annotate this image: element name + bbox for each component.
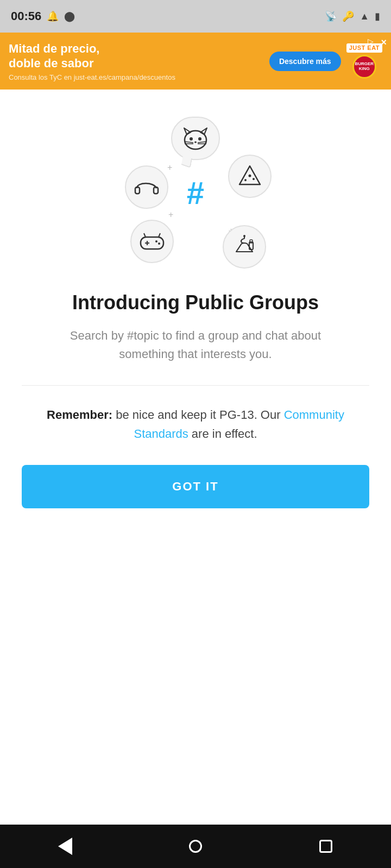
- circle-icon: ⬤: [64, 10, 75, 22]
- back-icon: [58, 838, 72, 855]
- nav-back-button[interactable]: [52, 833, 79, 860]
- svg-point-24: [243, 235, 245, 237]
- nav-bar: [0, 825, 391, 868]
- ad-banner: Mitad de precio,doble de sabor Consulta …: [0, 33, 391, 90]
- cat-bubble: [171, 117, 220, 160]
- recent-apps-icon: [319, 840, 332, 853]
- status-bar: 00:56 🔔 ⬤ 📡 🔑 ▲ ▮: [0, 0, 391, 33]
- game-bubble: [130, 220, 174, 263]
- plus-decoration-1: +: [167, 163, 172, 173]
- illustration: + + + +: [114, 117, 277, 269]
- svg-point-3: [190, 137, 193, 141]
- burger-king-logo: BURGERKING: [352, 55, 376, 79]
- ad-info-icon[interactable]: ▷: [368, 37, 374, 46]
- svg-point-5: [194, 142, 197, 143]
- key-icon: 🔑: [342, 10, 354, 22]
- remember-suffix: are in effect.: [188, 427, 257, 441]
- wifi-icon: ▲: [360, 11, 369, 22]
- svg-point-19: [155, 240, 157, 242]
- svg-line-6: [185, 142, 193, 143]
- ad-subtitle: Consulta los TyC en just-eat.es/campana/…: [9, 73, 269, 81]
- divider: [22, 385, 369, 386]
- pizza-bubble: [228, 155, 272, 198]
- intro-description: Search by #topic to find a group and cha…: [43, 327, 348, 363]
- bottom-spacer: [0, 530, 391, 812]
- got-it-button[interactable]: GOT IT: [22, 465, 369, 508]
- just-eat-logo: JUST EAT: [346, 43, 382, 53]
- svg-line-8: [198, 142, 206, 143]
- ad-title: Mitad de precio,doble de sabor: [9, 41, 269, 71]
- ad-close-icon[interactable]: ×: [381, 37, 387, 48]
- notification-icon: 🔔: [47, 10, 59, 22]
- cast-icon: 📡: [325, 10, 337, 22]
- headphones-bubble: [125, 165, 168, 209]
- svg-point-4: [198, 137, 201, 141]
- main-content: + + + +: [0, 90, 391, 530]
- svg-line-12: [239, 166, 250, 184]
- ad-text-block: Mitad de precio,doble de sabor Consulta …: [9, 41, 269, 81]
- battery-icon: ▮: [375, 10, 380, 22]
- ad-logos: JUST EAT BURGERKING: [346, 43, 382, 79]
- fashion-bubble: [223, 225, 266, 269]
- plus-decoration-3: +: [168, 210, 173, 220]
- home-icon: [189, 840, 202, 853]
- page-title: Introducing Public Groups: [72, 290, 319, 316]
- ad-discover-button[interactable]: Descubre más: [269, 52, 341, 71]
- remember-bold: Remember:: [47, 408, 112, 422]
- nav-recent-button[interactable]: [312, 833, 339, 860]
- svg-line-22: [159, 233, 160, 237]
- svg-line-21: [144, 233, 146, 237]
- svg-point-13: [249, 175, 251, 177]
- remember-text: Remember: be nice and keep it PG-13. Our…: [43, 405, 348, 443]
- status-time: 00:56: [11, 9, 41, 23]
- remember-body: be nice and keep it PG-13. Our: [112, 408, 284, 422]
- svg-point-15: [253, 178, 255, 180]
- status-right: 📡 🔑 ▲ ▮: [325, 10, 380, 22]
- nav-home-button[interactable]: [182, 833, 209, 860]
- status-left: 00:56 🔔 ⬤: [11, 9, 75, 23]
- svg-point-20: [158, 242, 160, 245]
- svg-point-14: [244, 179, 247, 181]
- hashtag-symbol: #: [187, 175, 204, 211]
